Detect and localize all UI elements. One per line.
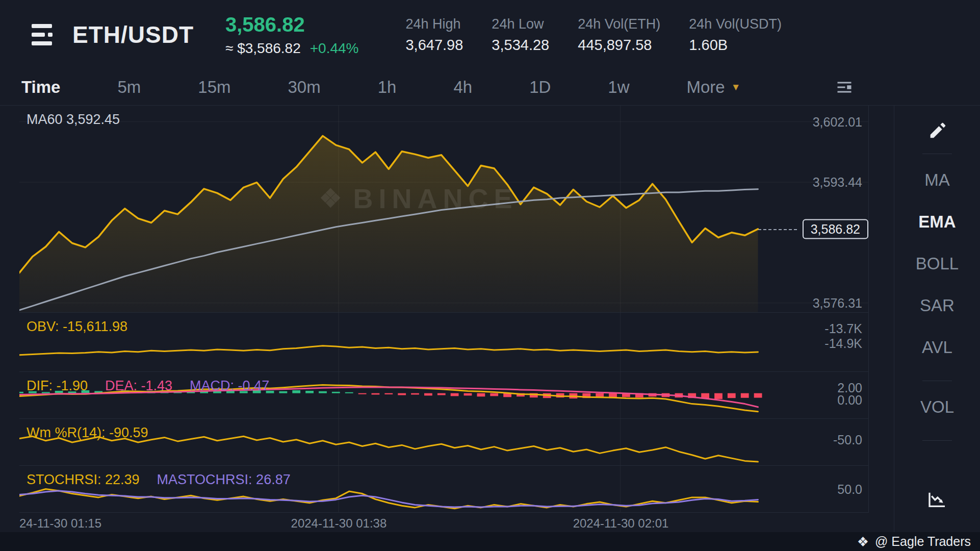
binance-diamond-icon: ❖ — [319, 184, 342, 213]
last-price: 3,586.82 — [225, 13, 358, 36]
main-price-panel[interactable]: ❖ BINANCE MA60 3,592.45 3,602.013,593.44… — [19, 106, 868, 313]
sidebar-divider — [922, 154, 952, 154]
time-label-1: 24-11-30 01:15 — [19, 516, 101, 531]
stochrsi-labels: STOCHRSI: 22.39 MASTOCHRSI: 26.87 — [27, 472, 291, 488]
sidebar-divider — [922, 381, 952, 381]
time-label-2: 2024-11-30 01:38 — [291, 516, 387, 531]
chevron-down-icon: ▼ — [731, 82, 741, 93]
obv-labels: OBV: -15,611.98 — [27, 319, 127, 335]
sidebar-item-boll[interactable]: BOLL — [916, 243, 959, 285]
price-change-percent: +0.44% — [310, 40, 359, 57]
tab-30m[interactable]: 30m — [288, 78, 320, 97]
watermark-text: BINANCE — [353, 183, 518, 214]
tab-15m[interactable]: 15m — [198, 78, 230, 97]
price-block: 3,586.82 ≈ $3,586.82 +0.44% — [225, 13, 358, 57]
stat-24h-vol-eth: 24h Vol(ETH) 445,897.58 — [578, 16, 660, 54]
draw-pencil-icon[interactable] — [927, 121, 947, 141]
footer-credit: @ Eagle Traders — [875, 534, 971, 549]
wmr-label: Wm %R(14): -90.59 — [27, 425, 148, 441]
binance-diamond-icon: ❖ — [857, 535, 869, 548]
stat-24h-high: 24h High 3,647.98 — [405, 16, 463, 54]
pair-title: ETH/USDT — [72, 21, 194, 48]
content: ❖ BINANCE MA60 3,592.45 3,602.013,593.44… — [0, 106, 980, 532]
trend-chart-icon[interactable] — [927, 489, 947, 510]
tab-time[interactable]: Time — [21, 78, 60, 97]
footer: ❖ @ Eagle Traders — [0, 532, 980, 551]
eagle-traders-logo-icon[interactable] — [31, 23, 57, 46]
tab-1w[interactable]: 1w — [608, 78, 629, 97]
fiat-price: ≈ $3,586.82 — [225, 40, 301, 57]
dif-label: DIF: -1.90 — [27, 378, 88, 394]
plot-box: ❖ BINANCE MA60 3,592.45 3,602.013,593.44… — [19, 106, 869, 532]
sidebar-item-vol[interactable]: VOL — [920, 386, 954, 428]
sidebar-item-sar[interactable]: SAR — [920, 285, 955, 327]
chart-settings-icon[interactable] — [835, 78, 854, 96]
stochrsi-panel[interactable]: STOCHRSI: 22.39 MASTOCHRSI: 26.87 50.0 — [19, 466, 868, 513]
obv-panel[interactable]: OBV: -15,611.98 -13.7K-14.9K — [19, 313, 868, 372]
sidebar-divider — [922, 440, 952, 441]
stat-24h-vol-usdt: 24h Vol(USDT) 1.60B — [689, 16, 782, 54]
time-axis: 24-11-30 01:15 2024-11-30 01:38 2024-11-… — [19, 513, 869, 532]
williams-r-panel[interactable]: Wm %R(14): -90.59 -50.0 — [19, 419, 868, 466]
ma60-label: MA60 3,592.45 — [27, 112, 120, 128]
sidebar-item-ma[interactable]: MA — [924, 159, 950, 201]
time-label-3: 2024-11-30 02:01 — [573, 516, 669, 531]
header: ETH/USDT 3,586.82 ≈ $3,586.82 +0.44% 24h… — [0, 0, 980, 69]
obv-label: OBV: -15,611.98 — [27, 319, 127, 335]
tab-4h[interactable]: 4h — [453, 78, 472, 97]
obv-canvas[interactable] — [19, 313, 868, 371]
current-price-dash-line — [758, 229, 797, 230]
macd-panel[interactable]: DIF: -1.90 DEA: -1.43 MACD: -0.47 2.000.… — [19, 372, 868, 419]
tab-more[interactable]: More ▼ — [687, 78, 741, 97]
williams-r-labels: Wm %R(14): -90.59 — [27, 425, 148, 441]
chart-column: ❖ BINANCE MA60 3,592.45 3,602.013,593.44… — [0, 106, 894, 532]
stat-24h-low: 24h Low 3,534.28 — [492, 16, 549, 54]
indicator-sidebar: MA EMA BOLL SAR AVL VOL — [894, 106, 980, 532]
dea-label: DEA: -1.43 — [105, 378, 172, 394]
mastochrsi-label: MASTOCHRSI: 26.87 — [157, 472, 291, 488]
sidebar-item-avl[interactable]: AVL — [922, 327, 952, 368]
tab-1d[interactable]: 1D — [529, 78, 551, 97]
tab-5m[interactable]: 5m — [117, 78, 141, 97]
tab-1h[interactable]: 1h — [378, 78, 397, 97]
current-price-tag: 3,586.82 — [803, 219, 868, 239]
main-indicator-labels: MA60 3,592.45 — [27, 112, 120, 128]
macd-label: MACD: -0.47 — [190, 378, 269, 394]
macd-labels: DIF: -1.90 DEA: -1.43 MACD: -0.47 — [27, 378, 269, 394]
timeframe-tabbar: Time 5m 15m 30m 1h 4h 1D 1w More ▼ — [0, 69, 980, 106]
24h-stats: 24h High 3,647.98 24h Low 3,534.28 24h V… — [405, 16, 781, 54]
trading-app: ETH/USDT 3,586.82 ≈ $3,586.82 +0.44% 24h… — [0, 0, 980, 551]
sidebar-item-ema[interactable]: EMA — [918, 201, 956, 243]
stochrsi-label: STOCHRSI: 22.39 — [27, 472, 140, 488]
panels: ❖ BINANCE MA60 3,592.45 3,602.013,593.44… — [19, 106, 869, 513]
watermark: ❖ BINANCE — [319, 183, 518, 214]
